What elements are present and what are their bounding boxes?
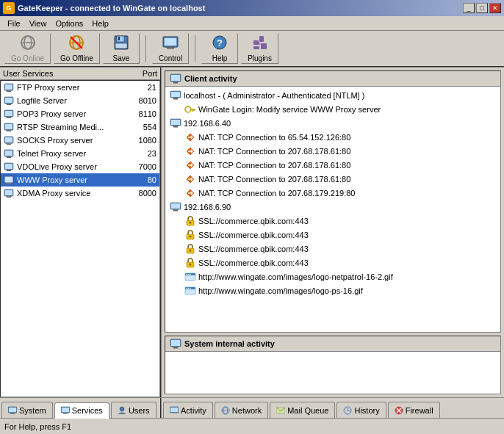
system-tab-icon: [8, 406, 17, 415]
key-icon: [184, 104, 196, 115]
help-button[interactable]: ? Help: [201, 33, 238, 64]
computer-icon: [170, 90, 181, 101]
service-name: VDOLive Proxy server: [17, 162, 127, 171]
svg-rect-52: [5, 177, 12, 182]
tab-network[interactable]: Network: [215, 402, 268, 418]
svg-point-104: [186, 274, 187, 275]
control-button[interactable]: Control: [152, 33, 189, 64]
firewall-tab-icon: [395, 406, 403, 415]
service-icon: [4, 95, 14, 106]
svg-rect-115: [173, 347, 179, 347]
tab-history[interactable]: History: [336, 402, 386, 418]
app-icon: G: [3, 2, 15, 14]
list-item[interactable]: XDMA Proxy service8000: [1, 187, 159, 200]
nat-icon: [184, 173, 196, 185]
url-icon: [184, 271, 196, 283]
list-item[interactable]: Telnet Proxy server23: [1, 147, 159, 160]
title-bar: G GateKeeper - connected to WinGate on l…: [0, 0, 504, 16]
computer-icon: [170, 201, 181, 213]
svg-rect-25: [7, 91, 11, 92]
svg-rect-121: [63, 413, 68, 414]
activity-item: SSL://commerce.qbik.com:443: [167, 214, 499, 228]
svg-rect-124: [170, 408, 178, 412]
minimize-button[interactable]: _: [463, 3, 475, 13]
service-icon: [4, 135, 14, 145]
menu-file[interactable]: File: [3, 18, 25, 29]
nat-icon: [184, 131, 196, 143]
activity-item: NAT: TCP Connection to 65.54.152.126:80: [167, 130, 499, 144]
svg-rect-45: [7, 157, 11, 158]
go-online-button[interactable]: Go Online: [4, 33, 51, 64]
svg-point-122: [120, 407, 124, 411]
list-item[interactable]: RTSP Streaming Medi...554: [1, 120, 159, 134]
activity-text: SSL://commerce.qbik.com:443: [198, 245, 309, 253]
save-icon: [113, 35, 129, 53]
svg-rect-92: [173, 210, 178, 211]
tab-label: Users: [129, 406, 150, 415]
service-name: Logfile Server: [17, 96, 127, 105]
activity-item: WinGate Login: Modify service WWW Proxy …: [167, 102, 499, 116]
bottom-tabs-container: SystemServicesUsers ActivityNetworkMail …: [0, 397, 504, 418]
service-icon: [4, 82, 14, 93]
activity-content: localhost - ( Administrator - Authentica…: [165, 87, 500, 299]
activity-item: http://www.wingate.com/images/logo-netpa…: [167, 270, 499, 283]
svg-rect-41: [7, 144, 11, 145]
title-text: GateKeeper - connected to WinGate on loc…: [18, 4, 205, 12]
list-item[interactable]: FTP Proxy server21: [1, 81, 159, 94]
tab-firewall[interactable]: Firewall: [388, 402, 440, 418]
save-button[interactable]: Save: [103, 33, 140, 64]
toolbar-separator-2: [195, 35, 195, 62]
service-port: 23: [127, 149, 156, 158]
activity-text: NAT: TCP Connection to 207.68.179.219:80: [198, 189, 355, 198]
plugins-button[interactable]: Plugins: [241, 33, 278, 64]
svg-point-111: [190, 288, 191, 289]
activity-text: NAT: TCP Connection to 207.68.178.61:80: [198, 175, 350, 184]
url-icon: [184, 285, 196, 297]
svg-point-109: [186, 288, 187, 289]
service-icon: [4, 175, 14, 185]
close-button[interactable]: ✕: [489, 3, 501, 13]
services-list[interactable]: FTP Proxy server21 Logfile Server8010 PO…: [0, 80, 160, 397]
list-item[interactable]: SOCKS Proxy server1080: [1, 134, 159, 147]
activity-text: 192.168.6.90: [184, 203, 231, 211]
list-item[interactable]: VDOLive Proxy server7000: [1, 160, 159, 173]
ssl-icon: [184, 257, 196, 269]
svg-rect-42: [6, 143, 12, 144]
list-item[interactable]: Logfile Server8010: [1, 94, 159, 107]
user-services-title: User Services: [3, 69, 124, 78]
title-bar-left: G GateKeeper - connected to WinGate on l…: [3, 2, 205, 14]
go-offline-label: Go Offline: [60, 54, 93, 62]
service-port: 1080: [127, 136, 156, 145]
svg-rect-28: [5, 98, 12, 103]
svg-rect-37: [7, 131, 11, 131]
svg-point-97: [190, 236, 192, 238]
activity-header-icon: [170, 73, 181, 84]
svg-rect-120: [62, 408, 69, 412]
tab-services[interactable]: Services: [54, 402, 109, 419]
plugins-icon: [252, 35, 268, 53]
svg-rect-118: [10, 413, 15, 414]
tab-activity[interactable]: Activity: [163, 402, 213, 418]
menu-help[interactable]: Help: [87, 18, 113, 29]
activity-text: SSL://commerce.qbik.com:443: [198, 258, 309, 267]
tab-mail-queue[interactable]: Mail Queue: [270, 402, 335, 418]
svg-rect-49: [7, 170, 11, 171]
list-item[interactable]: WWW Proxy server80: [1, 173, 159, 187]
maximize-button[interactable]: □: [476, 3, 488, 13]
svg-rect-62: [173, 82, 179, 82]
svg-point-105: [188, 274, 190, 275]
go-offline-button[interactable]: Go Offline: [54, 33, 100, 64]
help-label: Help: [212, 54, 228, 62]
window-controls[interactable]: _ □ ✕: [463, 3, 501, 13]
svg-rect-58: [6, 196, 12, 197]
svg-point-95: [190, 222, 192, 224]
list-item[interactable]: POP3 Proxy server8110: [1, 107, 159, 120]
tab-users[interactable]: Users: [111, 402, 156, 418]
tab-label: Mail Queue: [287, 406, 328, 415]
activity-item: 192.168.6.90: [167, 200, 499, 214]
menu-view[interactable]: View: [25, 18, 51, 29]
menu-options[interactable]: Options: [51, 18, 87, 29]
go-online-icon: [20, 35, 36, 53]
service-name: POP3 Proxy server: [17, 109, 127, 118]
tab-system[interactable]: System: [1, 402, 53, 418]
